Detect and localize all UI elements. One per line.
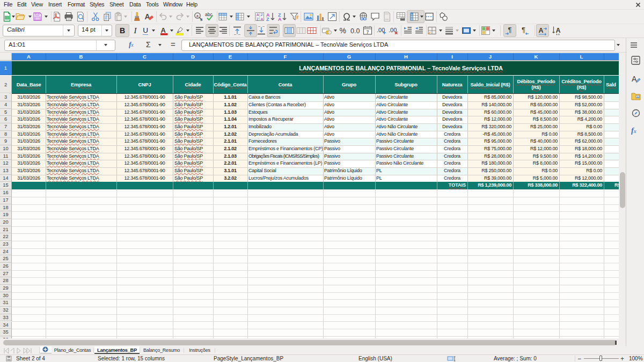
svg-text:A: A [539, 27, 544, 34]
svg-text:A: A [278, 17, 282, 22]
svg-text:Z: Z [266, 17, 269, 22]
svg-text:d: d [200, 18, 202, 21]
svg-text:A: A [556, 27, 561, 34]
svg-text:¶: ¶ [522, 26, 525, 34]
svg-text:Z: Z [257, 17, 259, 21]
svg-text:7: 7 [367, 29, 369, 35]
svg-text:Z: Z [261, 13, 263, 17]
svg-text:¶: ¶ [508, 26, 512, 34]
svg-text:.00: .00 [377, 27, 385, 33]
svg-text:A: A [257, 13, 259, 17]
svg-text:%: % [340, 26, 346, 35]
svg-text:A: A [261, 17, 264, 21]
svg-text:a: a [196, 14, 199, 18]
svg-text:0.0: 0.0 [350, 27, 360, 35]
svg-text:A: A [161, 26, 166, 34]
